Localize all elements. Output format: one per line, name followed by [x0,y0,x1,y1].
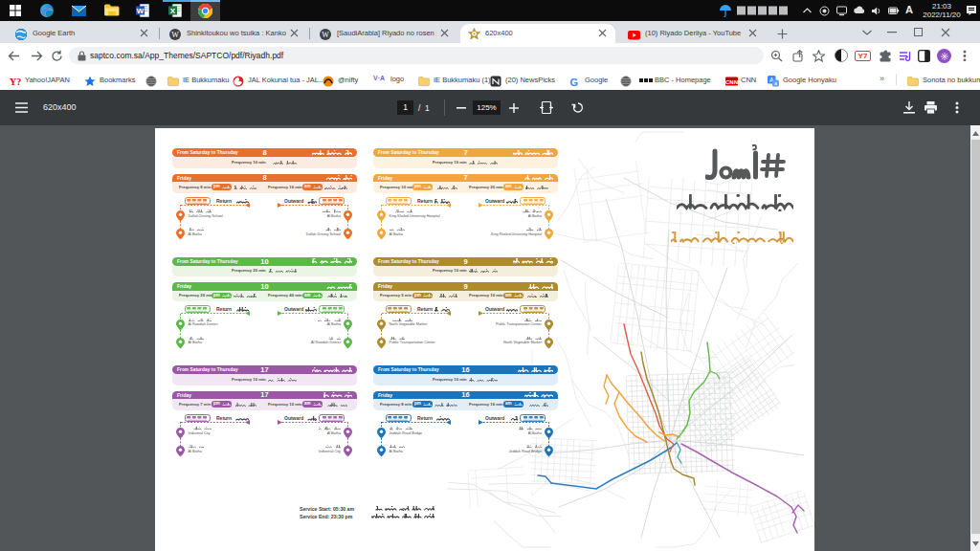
svg-text:W: W [171,31,179,39]
svg-text:X: X [170,7,176,15]
svg-text:Y?: Y? [10,77,21,87]
svg-text:G: G [570,77,579,88]
svg-text:W: W [322,31,329,39]
svg-text:CNN: CNN [725,79,738,85]
svg-text:W: W [137,7,145,15]
